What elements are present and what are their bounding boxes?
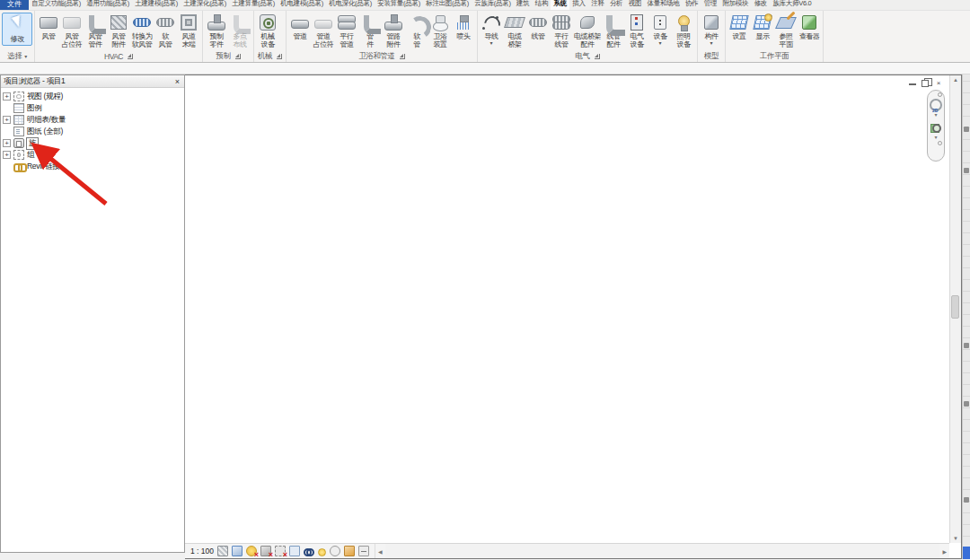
reveal-hidden-elements-icon[interactable] bbox=[318, 548, 326, 556]
tab-massing-site[interactable]: 体量和场地 bbox=[644, 0, 682, 10]
cable-tray-button[interactable]: 电缆桥架 bbox=[503, 13, 526, 48]
tree-item-sheets[interactable]: 图纸 (全部) bbox=[3, 126, 184, 137]
component-button[interactable]: 构件▾ bbox=[700, 13, 723, 46]
tree-item-schedules[interactable]: +明细表/数量 bbox=[3, 114, 184, 126]
navbar-gear-icon[interactable] bbox=[938, 92, 942, 97]
project-browser-titlebar[interactable]: 项目浏览器 - 项目1 × bbox=[1, 75, 184, 88]
pipe-fitting-button[interactable]: 管件 bbox=[358, 13, 382, 48]
duct-accessory-button[interactable]: 风管附件 bbox=[107, 13, 130, 48]
tab-custom-pinming[interactable]: 自定义功能(品茗) bbox=[29, 0, 84, 10]
tab-annotate[interactable]: 注释 bbox=[588, 0, 607, 10]
file-tab[interactable]: 文件 bbox=[0, 0, 29, 10]
scroll-down-icon[interactable]: ▼ bbox=[953, 534, 958, 543]
air-terminal-button[interactable]: 风道末端 bbox=[177, 13, 200, 48]
panel-label-fabrication[interactable]: 预制 bbox=[203, 50, 253, 62]
panel-launcher-icon[interactable] bbox=[235, 54, 241, 59]
tab-addins[interactable]: 附加模块 bbox=[719, 0, 751, 10]
parallel-conduits-button[interactable]: 平行线管 bbox=[550, 13, 573, 48]
navbar-gear-icon[interactable] bbox=[938, 141, 942, 145]
tab-arch-quantity-pinming[interactable]: 土建算量(品茗) bbox=[229, 0, 278, 10]
crop-view-icon[interactable] bbox=[275, 546, 286, 556]
tab-modify[interactable]: 修改 bbox=[751, 0, 770, 10]
tab-manage[interactable]: 管理 bbox=[701, 0, 719, 10]
tab-systems[interactable]: 系统 bbox=[551, 0, 569, 10]
temporary-hide-isolate-icon[interactable] bbox=[304, 546, 314, 556]
fabrication-part-button[interactable]: 预制零件 bbox=[205, 13, 228, 48]
scroll-left-icon[interactable]: ◀ bbox=[375, 548, 385, 555]
vertical-scrollbar[interactable]: ▲ ▼ bbox=[949, 75, 961, 543]
visual-style-icon[interactable] bbox=[232, 546, 242, 556]
panel-launcher-icon[interactable] bbox=[595, 54, 600, 59]
tab-arch-modeling-pinming[interactable]: 土建建模(品茗) bbox=[132, 0, 181, 10]
navigation-bar[interactable]: ▾ ▾ bbox=[927, 90, 945, 162]
panel-label-electrical[interactable]: 电气 bbox=[478, 50, 697, 62]
parallel-pipes-button[interactable]: 平行管道 bbox=[335, 13, 358, 48]
scroll-up-icon[interactable]: ▲ bbox=[953, 75, 958, 84]
mechanical-equipment-button[interactable]: 机械设备 bbox=[256, 13, 279, 48]
tab-cloud-family-pinming[interactable]: 云族库(品茗) bbox=[472, 0, 514, 10]
conduit-button[interactable]: 线管 bbox=[526, 13, 550, 40]
panel-launcher-icon[interactable] bbox=[128, 54, 133, 59]
tab-analyze[interactable]: 分析 bbox=[607, 0, 626, 10]
tree-item-groups[interactable]: +组 bbox=[3, 149, 184, 161]
tab-install-quantity-pinming[interactable]: 安装算量(品茗) bbox=[375, 0, 423, 10]
tree-item-families[interactable]: +族 bbox=[3, 137, 184, 149]
crop-region-icon[interactable] bbox=[289, 546, 300, 556]
view-scale[interactable]: 1 : 100 bbox=[190, 547, 214, 556]
expand-plus-icon[interactable]: + bbox=[3, 92, 11, 101]
panel-label-plumbing-piping[interactable]: 卫浴和管道 bbox=[287, 50, 477, 62]
modify-button[interactable]: 修改 bbox=[2, 13, 32, 46]
restore-view-icon[interactable] bbox=[922, 80, 929, 87]
tree-item-views[interactable]: +视图 (规程) bbox=[3, 91, 184, 102]
expand-plus-icon[interactable]: + bbox=[3, 151, 11, 159]
duct-button[interactable]: 风管 bbox=[37, 13, 60, 40]
duct-placeholder-button[interactable]: 风管占位符 bbox=[60, 13, 84, 48]
tab-arch-detailing-pinming[interactable]: 土建深化(品茗) bbox=[181, 0, 229, 10]
panel-label-hvac[interactable]: HVAC bbox=[35, 50, 202, 62]
detail-level-icon[interactable] bbox=[217, 546, 228, 556]
horizontal-scrollbar[interactable]: ◀ ▶ bbox=[375, 544, 949, 558]
viewer-button[interactable]: 查看器 bbox=[798, 13, 821, 40]
tree-item-legends[interactable]: 图例 bbox=[3, 102, 184, 114]
reference-plane-button[interactable]: 参照平面 bbox=[774, 13, 798, 48]
zoom-tool-icon[interactable] bbox=[930, 122, 942, 134]
device-button[interactable]: 设备▾ bbox=[648, 13, 672, 46]
tab-insert[interactable]: 插入 bbox=[569, 0, 588, 10]
sun-path-icon[interactable] bbox=[246, 546, 257, 556]
panel-launcher-icon[interactable] bbox=[277, 54, 282, 59]
scroll-right-icon[interactable]: ▶ bbox=[939, 548, 949, 555]
close-icon[interactable]: × bbox=[173, 77, 181, 86]
tab-family-master[interactable]: 族库大师V6.0 bbox=[770, 0, 814, 10]
tab-collaborate[interactable]: 协作 bbox=[683, 0, 701, 10]
displaced-elements-icon[interactable] bbox=[344, 546, 355, 556]
minimize-view-icon[interactable] bbox=[909, 81, 916, 85]
duct-fitting-button[interactable]: 风管管件 bbox=[84, 13, 107, 48]
wire-button[interactable]: 导线▾ bbox=[480, 13, 503, 46]
cable-tray-fitting-button[interactable]: 电缆桥架配件 bbox=[573, 13, 602, 48]
electrical-equipment-button[interactable]: 电气设备 bbox=[625, 13, 648, 48]
panel-launcher-icon[interactable] bbox=[400, 54, 405, 59]
horizontal-scroll-track[interactable] bbox=[385, 544, 940, 558]
convert-to-flex-duct-button[interactable]: 转换为软风管 bbox=[130, 13, 154, 48]
flex-duct-button[interactable]: 软风管 bbox=[154, 13, 177, 48]
pipe-button[interactable]: 管道 bbox=[288, 13, 312, 40]
navbar-caret-icon[interactable]: ▾ bbox=[934, 134, 937, 141]
tab-structure[interactable]: 结构 bbox=[533, 0, 551, 10]
vertical-scroll-thumb[interactable] bbox=[951, 295, 959, 319]
tab-view[interactable]: 视图 bbox=[626, 0, 645, 10]
expand-plus-icon[interactable]: + bbox=[3, 139, 11, 147]
analytical-model-icon[interactable] bbox=[358, 546, 369, 556]
flex-pipe-button[interactable]: 软管 bbox=[405, 13, 428, 48]
drawing-area[interactable]: × ▾ ▾ ▲ ▼ 1 : 100 ◀ ▶ bbox=[185, 74, 962, 559]
tab-general-pinming[interactable]: 通用功能(品茗) bbox=[84, 0, 132, 10]
expand-plus-icon[interactable]: + bbox=[3, 116, 11, 124]
tab-mep-modeling-pinming[interactable]: 机电建模(品茗) bbox=[278, 0, 326, 10]
sprinkler-button[interactable]: 喷头 bbox=[452, 13, 475, 40]
lighting-fixture-button[interactable]: 照明设备 bbox=[672, 13, 695, 48]
pipe-placeholder-button[interactable]: 管道占位符 bbox=[312, 13, 335, 48]
pipe-accessory-button[interactable]: 管路附件 bbox=[382, 13, 405, 48]
shadows-icon[interactable] bbox=[260, 546, 271, 556]
temporary-view-properties-icon[interactable] bbox=[330, 546, 340, 556]
conduit-fitting-button[interactable]: 线管配件 bbox=[602, 13, 625, 48]
tab-mep-detailing-pinming[interactable]: 机电深化(品茗) bbox=[326, 0, 375, 10]
